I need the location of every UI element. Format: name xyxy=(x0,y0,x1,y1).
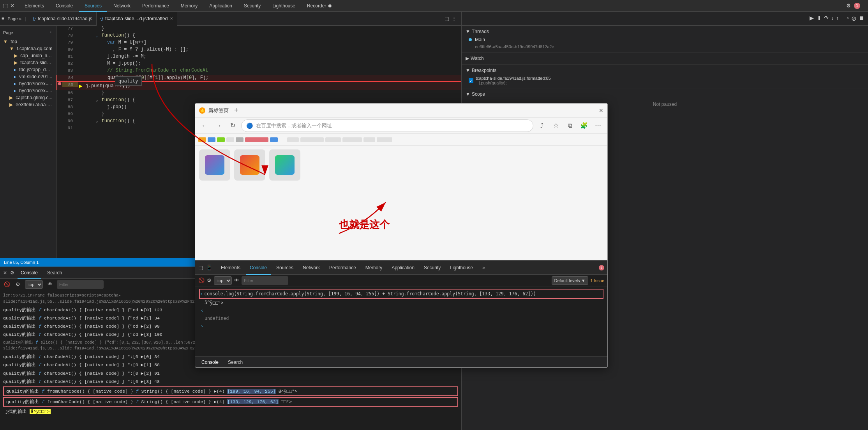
tab-console[interactable]: Console xyxy=(50,0,78,12)
browser-devtools-mobile-icon[interactable]: 📱 xyxy=(206,265,212,270)
tree-item-top[interactable]: ▼ top xyxy=(0,38,56,45)
more-icon[interactable]: ⋮ xyxy=(452,16,457,21)
bottom-tab-console[interactable]: Console xyxy=(18,267,41,279)
browser-top-selector[interactable]: top xyxy=(214,276,232,285)
browser-bottom-search-tab[interactable]: Search xyxy=(225,356,246,368)
bookmark-6[interactable] xyxy=(270,137,278,142)
default-levels-btn[interactable]: Default levels ▼ xyxy=(552,276,588,285)
browser-dev-tab-security[interactable]: Security xyxy=(420,261,445,275)
bookmark-3[interactable] xyxy=(217,137,225,142)
bookmark-red[interactable] xyxy=(245,137,268,142)
bookmark-9[interactable] xyxy=(325,137,341,142)
console-filter-input[interactable] xyxy=(57,280,104,289)
bookmark-11[interactable] xyxy=(363,137,375,142)
devtools-icon-1[interactable]: ⬚ xyxy=(3,3,8,9)
tree-item-vm-slide[interactable]: ▸ vm-slide.e201... xyxy=(0,73,56,80)
browser-dev-tab-sources[interactable]: Sources xyxy=(272,261,297,275)
address-bar[interactable]: 🔵 在百度中搜索，或者输入一个网址 xyxy=(241,119,533,132)
browser-menu-icon[interactable]: ⋯ xyxy=(593,120,603,131)
browser-clear-console-icon[interactable]: 🚫 xyxy=(198,277,205,283)
debug-stepover-icon[interactable]: ↷ xyxy=(824,15,829,22)
browser-dev-tab-memory[interactable]: Memory xyxy=(362,261,386,275)
tab-sources[interactable]: Sources xyxy=(79,0,107,12)
browser-bottom-console-tab[interactable]: Console xyxy=(198,356,222,368)
debug-stepinto-icon[interactable]: ↓ xyxy=(831,15,834,22)
tab-lighthouse[interactable]: Lighthouse xyxy=(267,0,301,12)
browser-console-settings-icon[interactable]: ⚙ xyxy=(207,277,212,283)
file-tab-1[interactable]: {} tcaptcha-slide.fa1941ad.js xyxy=(29,12,97,26)
page-thumb-3[interactable] xyxy=(269,149,300,181)
bp-area-85[interactable] xyxy=(57,82,62,85)
sidebar-toggle-icon[interactable]: ≡ xyxy=(2,16,5,21)
browser-console-content[interactable]: › console.log(String.fromCharCode.apply(… xyxy=(195,286,607,356)
debug-resume-icon[interactable]: ▶ xyxy=(810,15,814,22)
tree-item-cap[interactable]: ▶ cap_union_ne... xyxy=(0,52,56,59)
bookmark-1[interactable] xyxy=(198,137,206,142)
bookmark-12[interactable] xyxy=(377,137,392,142)
bookmark-2[interactable] xyxy=(208,137,215,142)
breakpoints-header[interactable]: ▼ Breakpoints xyxy=(466,66,864,75)
issues-badge[interactable]: 1 Issue xyxy=(591,278,604,283)
file-tab-2[interactable]: {} tcaptcha-slide....d.js:formatted ✕ xyxy=(97,12,178,26)
tab-network[interactable]: Network xyxy=(108,0,136,12)
bookmark-10[interactable] xyxy=(342,137,362,142)
settings-icon[interactable]: ⚙ xyxy=(846,3,851,9)
browser-dev-tab-performance[interactable]: Performance xyxy=(325,261,360,275)
clear-console-icon[interactable]: 🚫 xyxy=(3,281,11,288)
expand-icon[interactable]: ⬚ xyxy=(445,16,449,21)
debug-stepout-icon[interactable]: ↑ xyxy=(836,15,839,22)
browser-new-tab-btn[interactable]: + xyxy=(234,106,238,114)
scope-header[interactable]: ▼ Scope xyxy=(466,90,864,98)
tree-item-captcha[interactable]: ▶ captcha.gtimg.c... xyxy=(0,94,56,101)
watch-header[interactable]: ▶ Watch xyxy=(466,54,864,63)
top-context-selector[interactable]: top xyxy=(25,280,43,289)
bookmark-8[interactable] xyxy=(300,137,324,142)
page-thumb-2[interactable] xyxy=(234,149,265,181)
tab-elements[interactable]: Elements xyxy=(19,0,49,12)
tree-more-icon[interactable]: ⋮ xyxy=(49,30,53,35)
page-thumb-1[interactable] xyxy=(199,149,230,181)
browser-dev-tab-application[interactable]: Application xyxy=(388,261,418,275)
panel-settings-icon[interactable]: ⚙ xyxy=(10,270,14,276)
browser-back-btn[interactable]: ← xyxy=(199,120,210,131)
browser-extensions-icon[interactable]: 🧩 xyxy=(579,120,589,131)
bookmark-5[interactable] xyxy=(236,137,243,142)
debug-deactivate-icon[interactable]: ⊘ xyxy=(851,15,856,22)
browser-eye-icon[interactable]: 👁 xyxy=(234,277,239,283)
tree-item-hycdn1[interactable]: ▸ hycdn?index=... xyxy=(0,80,56,87)
file-tab-close-2[interactable]: ✕ xyxy=(170,16,173,21)
tree-item-ee3[interactable]: ▶ ee3ffe66-a5aa-450... xyxy=(0,101,56,108)
bookmark-7[interactable] xyxy=(287,137,299,142)
debug-pause-icon[interactable]: ⏸ xyxy=(816,15,822,22)
bp-checkbox[interactable]: ✓ xyxy=(469,78,473,83)
debug-stepfwd-icon[interactable]: ⟶ xyxy=(841,15,849,22)
page-expand-icon[interactable]: » xyxy=(19,16,21,21)
browser-star-icon[interactable]: ☆ xyxy=(550,120,561,131)
debug-stop-icon[interactable]: ⏹ xyxy=(859,15,864,22)
tree-item-hycdn2[interactable]: ▸ hycdn?index=... xyxy=(0,87,56,94)
browser-dev-tab-network[interactable]: Network xyxy=(299,261,324,275)
bottom-tab-search[interactable]: Search xyxy=(44,267,65,279)
browser-dev-tab-elements[interactable]: Elements xyxy=(217,261,244,275)
browser-dev-tab-console[interactable]: Console xyxy=(246,261,271,275)
tree-item-tdc[interactable]: ▸ tdc.js?app_dat... xyxy=(0,66,56,73)
breakpoint-item-1[interactable]: ✓ tcaptcha-slide.fa1941ad.js:formatted:8… xyxy=(466,75,864,86)
browser-forward-btn[interactable]: → xyxy=(213,120,224,131)
browser-dev-tab-more[interactable]: » xyxy=(478,261,489,275)
browser-refresh-btn[interactable]: ↻ xyxy=(227,120,238,131)
tab-recorder[interactable]: Recorder ⏺ xyxy=(302,0,338,12)
browser-screenshot-icon[interactable]: ⧉ xyxy=(565,120,575,131)
tab-memory[interactable]: Memory xyxy=(175,0,203,12)
panel-close-icon[interactable]: ✕ xyxy=(3,270,7,276)
browser-share-icon[interactable]: ⤴ xyxy=(536,120,547,131)
tree-item-tcaptcha[interactable]: ▼ t.captcha.qq.com xyxy=(0,45,56,52)
browser-devtools-inspect-icon[interactable]: ⬚ xyxy=(198,265,203,270)
browser-dev-tab-lighthouse[interactable]: Lighthouse xyxy=(446,261,477,275)
eye-icon[interactable]: 👁 xyxy=(46,281,54,288)
console-settings-icon[interactable]: ⚙ xyxy=(14,281,22,288)
browser-filter-input[interactable] xyxy=(242,276,288,285)
tab-security[interactable]: Security xyxy=(238,0,266,12)
browser-close-btn[interactable]: ✕ xyxy=(599,107,603,114)
tab-performance[interactable]: Performance xyxy=(137,0,175,12)
tab-application[interactable]: Application xyxy=(204,0,238,12)
